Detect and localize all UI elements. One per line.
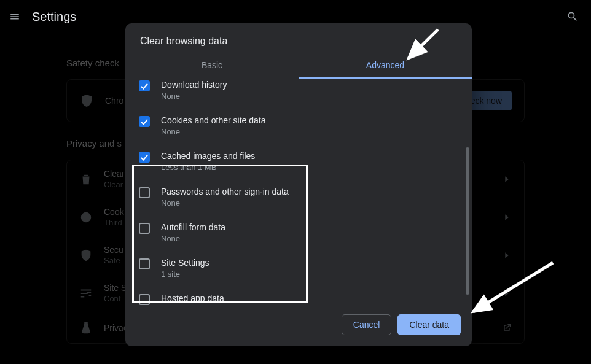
cancel-button[interactable]: Cancel (342, 314, 392, 335)
option-label: Cookies and other site data (161, 115, 265, 125)
option-label: Autofill form data (161, 222, 225, 232)
checkbox[interactable] (139, 187, 150, 198)
scrollbar-thumb[interactable] (466, 147, 469, 295)
option-download-history[interactable]: Download history None (136, 79, 461, 108)
option-site-settings[interactable]: Site Settings 1 site (136, 250, 461, 286)
tab-advanced[interactable]: Advanced (299, 54, 472, 79)
clear-data-button[interactable]: Clear data (397, 314, 461, 335)
dialog-title: Clear browsing data (140, 36, 457, 47)
page-title: Settings (32, 10, 76, 24)
option-cookies[interactable]: Cookies and other site data None (136, 108, 461, 144)
option-sub: None (161, 198, 289, 207)
option-sub: 1 site (161, 269, 209, 279)
checkbox[interactable] (139, 294, 150, 305)
option-sub: None (161, 234, 225, 243)
option-sub: None (161, 91, 227, 101)
checkbox[interactable] (139, 152, 150, 163)
menu-icon[interactable] (7, 9, 22, 24)
option-label: Site Settings (161, 258, 209, 268)
option-cached-images[interactable]: Cached images and files Less than 1 MB (136, 144, 461, 179)
option-label: Download history (161, 80, 227, 90)
option-autofill[interactable]: Autofill form data None (136, 215, 461, 250)
dialog-footer: Cancel Clear data (125, 306, 472, 346)
checkbox[interactable] (139, 80, 150, 91)
search-icon[interactable] (562, 6, 584, 28)
option-label: Cached images and files (161, 151, 255, 161)
option-sub: 1 app (Web Store) (161, 305, 226, 306)
checkbox[interactable] (139, 258, 150, 269)
checkbox[interactable] (139, 116, 150, 127)
option-passwords[interactable]: Passwords and other sign-in data None (136, 179, 461, 215)
option-sub: Less than 1 MB (161, 163, 255, 172)
clear-browsing-data-dialog: Clear browsing data Basic Advanced Downl… (125, 23, 472, 346)
option-label: Passwords and other sign-in data (161, 187, 289, 196)
option-label: Hosted app data (161, 293, 226, 303)
option-hosted-app-data[interactable]: Hosted app data 1 app (Web Store) (136, 286, 461, 306)
option-sub: None (161, 127, 265, 136)
tab-basic[interactable]: Basic (125, 54, 299, 79)
checkbox[interactable] (139, 223, 150, 234)
options-list: Download history None Cookies and other … (125, 79, 472, 306)
dialog-tabs: Basic Advanced (125, 54, 472, 79)
